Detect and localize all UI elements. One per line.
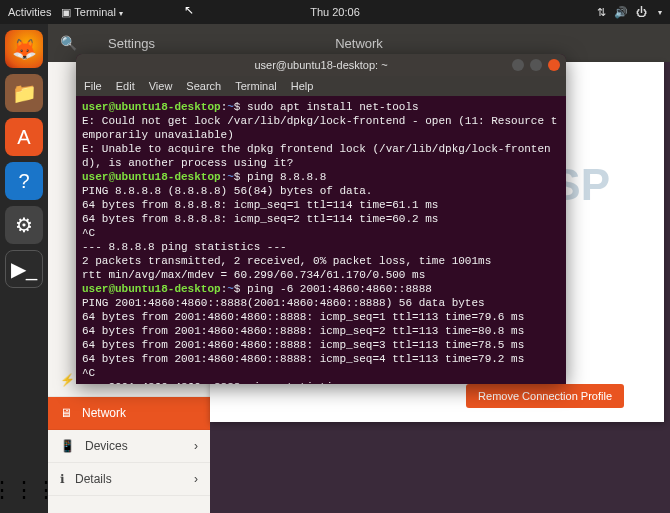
remove-connection-button[interactable]: Remove Connection Profile (466, 384, 624, 408)
menu-help[interactable]: Help (291, 80, 314, 92)
dock-firefox[interactable]: 🦊 (5, 30, 43, 68)
clock[interactable]: Thu 20:06 (310, 6, 360, 18)
mouse-cursor-icon: ↖ (184, 3, 194, 17)
sidebar-item-details[interactable]: ℹDetails› (48, 463, 210, 496)
terminal-titlebar[interactable]: user@ubuntu18-desktop: ~ (76, 54, 566, 76)
terminal-window[interactable]: user@ubuntu18-desktop: ~ File Edit View … (76, 54, 566, 384)
sidebar-item-network[interactable]: 🖥Network (48, 397, 210, 430)
dock-terminal[interactable]: ▶_ (5, 250, 43, 288)
panel-title: Network (335, 36, 383, 51)
dock-help[interactable]: ? (5, 162, 43, 200)
chevron-down-icon[interactable]: ▾ (658, 8, 662, 17)
terminal-title: user@ubuntu18-desktop: ~ (254, 59, 387, 71)
menu-view[interactable]: View (149, 80, 173, 92)
settings-title: Settings (108, 36, 155, 51)
maximize-button[interactable] (530, 59, 542, 71)
volume-icon[interactable]: 🔊 (614, 6, 628, 19)
menu-edit[interactable]: Edit (116, 80, 135, 92)
terminal-output[interactable]: user@ubuntu18-desktop:~$ sudo apt instal… (76, 96, 566, 384)
search-icon[interactable]: 🔍 (48, 35, 88, 51)
minimize-button[interactable] (512, 59, 524, 71)
sidebar-item-devices[interactable]: 📱Devices› (48, 430, 210, 463)
menu-search[interactable]: Search (186, 80, 221, 92)
info-icon: ℹ (60, 472, 65, 486)
power-icon[interactable]: ⏻ (636, 6, 647, 18)
menu-terminal[interactable]: Terminal (235, 80, 277, 92)
activities-button[interactable]: Activities (8, 6, 51, 18)
app-menu[interactable]: ▣ Terminal▾ (61, 6, 122, 19)
dock-software[interactable]: A (5, 118, 43, 156)
power-icon: ⚡ (60, 373, 75, 387)
terminal-menubar: File Edit View Search Terminal Help (76, 76, 566, 96)
close-button[interactable] (548, 59, 560, 71)
dock-settings[interactable]: ⚙ (5, 206, 43, 244)
devices-icon: 📱 (60, 439, 75, 453)
top-bar: Activities ▣ Terminal▾ Thu 20:06 ⇅ 🔊 ⏻ ▾ (0, 0, 670, 24)
chevron-right-icon: › (194, 439, 198, 453)
network-icon[interactable]: ⇅ (597, 6, 606, 19)
dock: 🦊 📁 A ? ⚙ ▶_ ⋮⋮⋮ (0, 24, 48, 513)
menu-file[interactable]: File (84, 80, 102, 92)
chevron-right-icon: › (194, 472, 198, 486)
network-icon: 🖥 (60, 406, 72, 420)
dock-files[interactable]: 📁 (5, 74, 43, 112)
